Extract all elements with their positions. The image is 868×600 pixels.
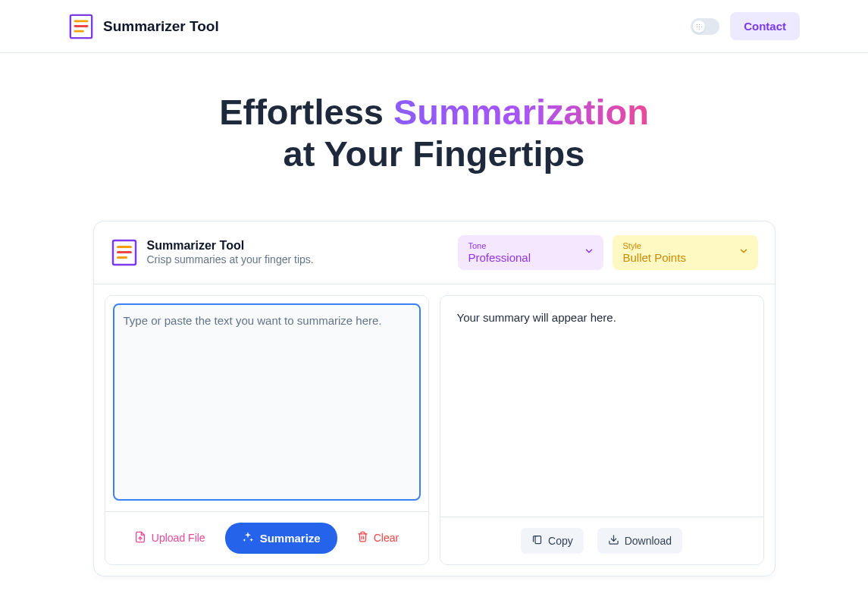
trash-icon <box>357 531 368 545</box>
hero-line2: at Your Fingertips <box>284 134 585 174</box>
download-button[interactable]: Download <box>597 528 682 554</box>
file-upload-icon <box>134 531 146 545</box>
card-title-group: Summarizer Tool Crisp summaries at your … <box>111 239 314 266</box>
chevron-down-icon <box>584 246 594 259</box>
app-logo-icon <box>68 14 94 39</box>
theme-toggle[interactable] <box>691 18 719 35</box>
svg-rect-9 <box>535 536 541 543</box>
summarize-button[interactable]: Summarize <box>225 523 337 554</box>
hero-title: Effortless Summarization at Your Fingert… <box>15 91 853 175</box>
hero: Effortless Summarization at Your Fingert… <box>0 53 868 221</box>
clear-button[interactable]: Clear <box>351 526 405 549</box>
card-logo-icon <box>111 239 138 266</box>
style-label: Style <box>623 241 747 250</box>
summarize-label: Summarize <box>260 532 321 545</box>
input-panel: Upload File Summarize Clear <box>105 295 429 565</box>
hero-pre: Effortless <box>219 92 393 132</box>
output-footer: Copy Download <box>440 517 763 564</box>
download-label: Download <box>625 535 672 547</box>
clear-label: Clear <box>374 532 399 544</box>
download-icon <box>608 534 619 548</box>
tone-select[interactable]: Tone Professional <box>458 235 603 270</box>
style-select[interactable]: Style Bullet Points <box>613 235 758 270</box>
chevron-down-icon <box>738 246 749 259</box>
app-header: Summarizer Tool Contact <box>0 0 868 53</box>
svg-rect-5 <box>117 246 132 248</box>
card-header: Summarizer Tool Crisp summaries at your … <box>94 221 775 284</box>
svg-rect-7 <box>117 256 127 259</box>
brand: Summarizer Tool <box>68 14 219 39</box>
svg-rect-3 <box>74 30 84 32</box>
svg-rect-2 <box>74 25 89 27</box>
input-body <box>105 296 428 511</box>
selects: Tone Professional Style Bullet Points <box>458 235 758 270</box>
output-panel: Your summary will appear here. Copy Down… <box>440 295 764 565</box>
summarizer-card: Summarizer Tool Crisp summaries at your … <box>93 221 776 576</box>
style-value: Bullet Points <box>623 251 747 264</box>
source-textarea[interactable] <box>113 303 421 501</box>
upload-label: Upload File <box>152 532 205 544</box>
card-title: Summarizer Tool <box>147 239 314 253</box>
output-placeholder: Your summary will appear here. <box>457 311 747 324</box>
card-titles: Summarizer Tool Crisp summaries at your … <box>147 239 314 265</box>
tone-label: Tone <box>468 241 593 250</box>
toggle-knob <box>693 20 705 33</box>
copy-button[interactable]: Copy <box>521 528 584 554</box>
upload-file-button[interactable]: Upload File <box>128 526 212 550</box>
hero-highlight: Summarization <box>393 92 649 132</box>
brand-title: Summarizer Tool <box>103 18 219 35</box>
header-actions: Contact <box>691 12 800 40</box>
clipboard-icon <box>531 534 543 548</box>
svg-rect-1 <box>74 20 89 22</box>
output-body: Your summary will appear here. <box>440 296 763 517</box>
tone-value: Professional <box>468 251 593 264</box>
copy-label: Copy <box>548 535 573 547</box>
contact-button[interactable]: Contact <box>730 12 800 40</box>
card-subtitle: Crisp summaries at your finger tips. <box>147 253 314 265</box>
svg-rect-6 <box>117 251 132 253</box>
input-footer: Upload File Summarize Clear <box>105 511 428 564</box>
sparkles-icon <box>242 531 254 545</box>
panels: Upload File Summarize Clear Your <box>94 284 775 576</box>
